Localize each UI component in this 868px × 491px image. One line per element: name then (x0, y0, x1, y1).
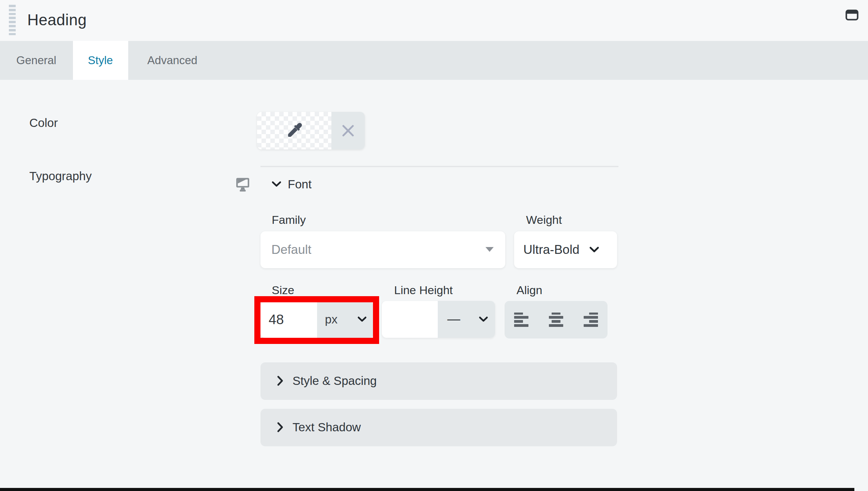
line-height-field: — (382, 301, 495, 338)
caret-down-icon (485, 247, 493, 252)
color-picker-button[interactable] (257, 112, 331, 149)
font-weight-value: Ultra-Bold (523, 242, 587, 257)
font-family-value: Default (271, 242, 485, 257)
monitor-icon (236, 177, 250, 192)
color-clear-button[interactable] (331, 112, 365, 149)
line-height-input[interactable] (382, 301, 438, 338)
x-icon (340, 123, 356, 139)
line-height-unit-value: — (447, 312, 478, 327)
chevron-down-icon (357, 316, 367, 323)
align-left-button[interactable] (514, 312, 528, 327)
chevron-down-icon (589, 246, 599, 253)
size-field: px (260, 301, 374, 338)
color-picker-control (257, 112, 365, 149)
weight-label: Weight (526, 213, 562, 227)
window-mode-button[interactable] (841, 5, 863, 24)
bottom-edge-bar (0, 488, 854, 491)
widget-title: Heading (27, 0, 87, 41)
font-group-title: Font (288, 177, 312, 191)
font-weight-select[interactable]: Ultra-Bold (514, 231, 617, 268)
section-divider (260, 166, 618, 167)
align-button-group (504, 301, 608, 338)
chevron-down-icon (271, 181, 282, 188)
size-unit-value: px (325, 313, 357, 327)
color-field-label: Color (29, 116, 58, 130)
section-title: Text Shadow (293, 420, 361, 434)
section-style-spacing[interactable]: Style & Spacing (260, 362, 617, 400)
tab-style[interactable]: Style (73, 41, 128, 80)
align-center-button[interactable] (549, 312, 563, 327)
panel-titlebar: Heading (0, 0, 868, 41)
typography-field-label: Typography (29, 169, 92, 183)
chevron-down-icon (478, 316, 488, 323)
size-input[interactable] (260, 301, 317, 338)
size-unit-select[interactable]: px (317, 301, 374, 338)
tab-bar: General Style Advanced (0, 41, 868, 80)
family-label: Family (272, 213, 306, 227)
line-height-unit-select[interactable]: — (438, 301, 495, 338)
chevron-right-icon (277, 375, 284, 386)
window-icon (845, 9, 858, 20)
eyedropper-icon (285, 121, 303, 140)
font-group-header[interactable]: Font (271, 175, 312, 194)
responsive-toggle-button[interactable] (236, 177, 250, 192)
align-right-button[interactable] (583, 312, 598, 327)
tab-advanced[interactable]: Advanced (128, 41, 216, 80)
section-title: Style & Spacing (293, 374, 377, 388)
font-family-select[interactable]: Default (260, 231, 505, 268)
chevron-right-icon (277, 422, 284, 433)
tab-general[interactable]: General (0, 41, 73, 80)
line-height-label: Line Height (394, 284, 453, 297)
align-label: Align (517, 284, 542, 297)
drag-handle[interactable] (9, 5, 16, 35)
section-text-shadow[interactable]: Text Shadow (260, 408, 617, 446)
size-label: Size (272, 284, 294, 297)
